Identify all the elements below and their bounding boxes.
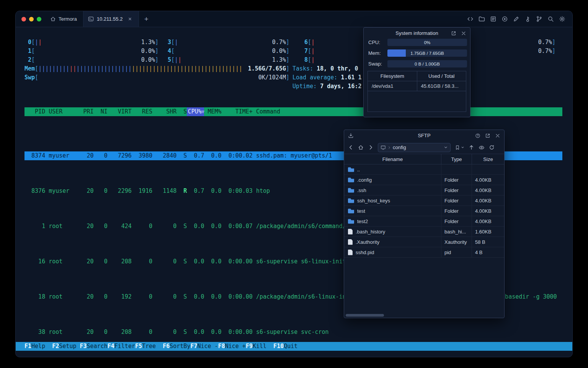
file-type-icon (348, 188, 354, 193)
file-name: sshd.pid (356, 250, 374, 255)
column-res[interactable]: RES (132, 107, 152, 116)
file-name: .bash_history (356, 229, 385, 235)
mem-usage-row: Mem: 1.75GB / 7.65GB (364, 49, 470, 57)
file-row[interactable]: test Folder 4.00KB (344, 206, 504, 216)
file-size: 4 B (472, 247, 504, 257)
settings-icon[interactable] (559, 16, 565, 22)
open-in-window-icon[interactable] (451, 31, 456, 36)
bookmark-icon (455, 145, 460, 150)
function-key[interactable]: F7Nice - (190, 342, 218, 351)
bookmarks-button[interactable] (455, 145, 464, 150)
git-branch-icon[interactable] (536, 16, 542, 22)
filesystem-row[interactable]: /dev/vda1 45.61GB / 58.3... (368, 81, 466, 91)
new-tab-button[interactable]: + (139, 11, 154, 27)
column-mem[interactable]: MEM% (204, 107, 221, 116)
column-state[interactable]: S (176, 107, 187, 116)
function-key[interactable]: F2Setup (52, 342, 80, 351)
function-key[interactable]: F9Kill (246, 342, 273, 351)
column-virt[interactable]: VIRT (108, 107, 132, 116)
show-hidden-eye-icon[interactable] (479, 145, 485, 151)
close-window-button[interactable] (21, 17, 26, 21)
function-key[interactable]: F1Help (24, 342, 52, 351)
key-icon[interactable] (524, 16, 531, 22)
function-key[interactable]: F8Nice + (218, 342, 246, 351)
file-list: .. .config Folder 4.00KB .ssh Folder 4.0… (344, 164, 504, 258)
file-size (472, 164, 504, 174)
column-pid[interactable]: PID (24, 107, 45, 116)
cpu-meter-3: 3[|0.7%] (164, 38, 289, 47)
chevron-down-icon (461, 146, 464, 149)
minimize-window-button[interactable] (29, 17, 34, 21)
system-info-panel: System information CPU: 0% Mem: 1.75GB /… (363, 27, 470, 117)
column-time[interactable]: TIME+ (222, 107, 253, 116)
terminal-tab[interactable]: 10.211.55.2 (83, 11, 139, 27)
back-icon[interactable] (348, 145, 354, 150)
file-row[interactable]: test2 Folder 4.00KB (344, 216, 504, 227)
edit-icon[interactable] (513, 16, 519, 22)
column-user[interactable]: USER (45, 107, 80, 116)
scrollbar-thumb[interactable] (346, 314, 384, 317)
file-row[interactable]: sshd.pid pid 4 B (344, 247, 504, 258)
column-size[interactable]: Size (472, 154, 504, 164)
file-row[interactable]: .Xauthority Xauthority 58 B (344, 237, 504, 247)
file-type-icon (348, 209, 354, 214)
horizontal-scrollbar[interactable] (345, 314, 503, 317)
close-tab-icon[interactable] (128, 17, 132, 21)
function-key[interactable]: F4Filter (108, 342, 135, 351)
help-icon[interactable] (475, 133, 480, 138)
file-name: .Xauthority (356, 239, 379, 245)
forward-icon[interactable] (368, 145, 374, 150)
close-icon[interactable] (461, 31, 466, 36)
file-row[interactable]: .ssh Folder 4.00KB (344, 185, 504, 196)
column-cpu-sorted[interactable]: CPU%▽ (187, 107, 204, 116)
download-icon[interactable] (348, 133, 354, 138)
column-filename[interactable]: Filename (344, 154, 441, 164)
log-icon[interactable] (490, 16, 497, 22)
column-type[interactable]: Type (441, 154, 472, 164)
chevron-right-icon (387, 146, 391, 150)
function-key[interactable]: F3Search (80, 342, 107, 351)
htop-function-bar: F1Help F2Setup F3Search F4Filter F5Tree … (16, 342, 572, 351)
file-row[interactable]: .config Folder 4.00KB (344, 175, 504, 185)
app-window: Termora 10.211.55.2 + 0[||1.3%] 3[|0.7%]… (15, 11, 573, 357)
file-size: 4.00KB (472, 216, 504, 226)
zoom-window-button[interactable] (37, 17, 41, 21)
file-type: Folder (441, 185, 472, 195)
open-in-window-icon[interactable] (485, 133, 490, 138)
file-row[interactable]: ssh_host_keys Folder 4.00KB (344, 196, 504, 206)
search-icon[interactable] (547, 16, 554, 22)
traffic-lights (16, 17, 47, 21)
cpu-meter-0: 0[||1.3%] (24, 38, 158, 47)
code-icon[interactable] (467, 16, 474, 22)
function-key[interactable]: F10Quit (273, 342, 304, 351)
record-icon[interactable] (501, 16, 508, 22)
function-key[interactable]: F5Tree (135, 342, 163, 351)
sftp-toolbar: config (344, 141, 504, 154)
process-row[interactable]: 38 root 20 0 208 0 0 S 0.0 0.0 0:00.00 s… (24, 328, 562, 337)
cpu-meter-2: 2[0.0%] (24, 56, 158, 64)
column-pri[interactable]: PRI (80, 107, 93, 116)
file-row[interactable]: .bash_history bash_hi... 1.60KB (344, 227, 504, 237)
home-icon[interactable] (358, 145, 364, 150)
cpu-meter-4: 4[0.0%] (164, 47, 289, 56)
column-ni[interactable]: NI (94, 107, 108, 116)
folder-icon[interactable] (479, 16, 485, 22)
workspace-tab[interactable]: Termora (47, 11, 83, 27)
function-key[interactable]: F6SortBy (163, 342, 190, 351)
path-selector[interactable]: config (378, 143, 451, 152)
refresh-icon[interactable] (489, 145, 495, 150)
file-row[interactable]: .. (344, 164, 504, 175)
column-shr[interactable]: SHR (152, 107, 176, 116)
close-icon[interactable] (495, 133, 500, 138)
system-info-titlebar[interactable]: System information (364, 28, 470, 39)
upload-icon[interactable] (469, 145, 474, 150)
file-type-icon (348, 198, 354, 203)
current-path: config (393, 145, 442, 150)
file-type: bash_hi... (441, 227, 472, 237)
swap-progress-bar: 0 B / 1.00GB (387, 60, 467, 67)
sftp-titlebar[interactable]: SFTP (344, 130, 504, 141)
file-type: Folder (441, 196, 472, 205)
uptime-line: Uptime:7 days, 16:2 (292, 82, 362, 91)
file-size: 4.00KB (472, 206, 504, 216)
cpu-meter-1: 1[0.0%] (24, 47, 158, 56)
